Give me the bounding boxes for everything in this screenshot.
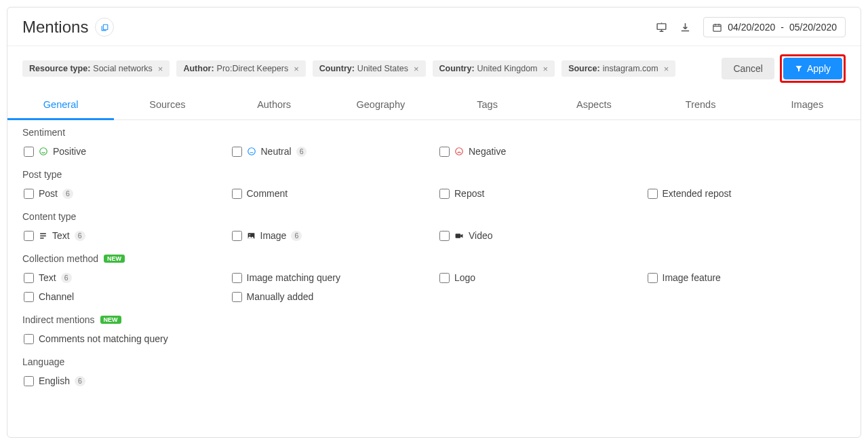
checkbox-video[interactable] bbox=[439, 231, 450, 241]
filter-chip-author: Author: Pro:Direct Keepers × bbox=[176, 60, 305, 77]
checkbox-image[interactable] bbox=[232, 231, 242, 241]
section-indirect-title: Indirect mentions bbox=[22, 314, 95, 325]
checkbox-image-feature[interactable] bbox=[648, 273, 658, 283]
option-logo[interactable]: Logo bbox=[439, 272, 638, 283]
checkbox-collection-text[interactable] bbox=[24, 273, 34, 283]
option-manually-added[interactable]: Manually added bbox=[232, 291, 431, 302]
checkbox-neutral[interactable] bbox=[232, 147, 242, 157]
section-post-type-title: Post type bbox=[22, 169, 846, 180]
text-count: 6 bbox=[75, 231, 85, 241]
section-collection-title: Collection method bbox=[22, 253, 98, 264]
checkbox-text[interactable] bbox=[24, 231, 34, 241]
chip-remove-icon[interactable]: × bbox=[294, 64, 299, 73]
filter-chip-resource-type: Resource type: Social networks × bbox=[22, 60, 170, 77]
date-to: 05/20/2020 bbox=[789, 22, 837, 33]
checkbox-post[interactable] bbox=[24, 189, 34, 199]
apply-button[interactable]: Apply bbox=[783, 58, 842, 79]
new-badge: NEW bbox=[100, 316, 121, 324]
filter-chip-country-uk: Country: United Kingdom × bbox=[433, 60, 555, 77]
checkbox-extended-repost[interactable] bbox=[648, 189, 658, 199]
option-post[interactable]: Post 6 bbox=[24, 188, 222, 199]
date-separator: - bbox=[781, 22, 784, 33]
option-image-feature[interactable]: Image feature bbox=[648, 272, 846, 283]
tab-aspects[interactable]: Aspects bbox=[540, 91, 647, 119]
post-count: 6 bbox=[62, 189, 73, 199]
collection-text-count: 6 bbox=[61, 273, 72, 283]
svg-point-3 bbox=[40, 148, 47, 155]
image-icon bbox=[247, 231, 256, 240]
option-video[interactable]: Video bbox=[439, 230, 638, 241]
option-collection-text[interactable]: Text 6 bbox=[24, 272, 222, 283]
chip-remove-icon[interactable]: × bbox=[543, 64, 549, 73]
svg-point-5 bbox=[456, 148, 463, 155]
checkbox-repost[interactable] bbox=[439, 189, 450, 199]
option-image[interactable]: Image 6 bbox=[232, 230, 431, 241]
neutral-count: 6 bbox=[296, 147, 307, 157]
option-channel[interactable]: Channel bbox=[24, 291, 222, 302]
option-sentiment-positive[interactable]: Positive bbox=[24, 146, 222, 157]
tab-authors[interactable]: Authors bbox=[221, 91, 328, 119]
date-range-picker[interactable]: 04/20/2020 - 05/20/2020 bbox=[703, 17, 846, 37]
tab-tags[interactable]: Tags bbox=[434, 91, 540, 119]
positive-icon bbox=[39, 147, 48, 156]
svg-rect-2 bbox=[713, 24, 721, 31]
checkbox-image-query[interactable] bbox=[232, 273, 242, 283]
text-icon bbox=[39, 231, 47, 240]
negative-icon bbox=[454, 147, 464, 156]
filter-icon bbox=[795, 64, 803, 73]
section-sentiment-title: Sentiment bbox=[22, 127, 846, 138]
english-count: 6 bbox=[75, 376, 85, 386]
new-badge: NEW bbox=[104, 255, 125, 263]
cancel-button[interactable]: Cancel bbox=[722, 58, 774, 79]
page-title: Mentions bbox=[22, 18, 88, 37]
chip-remove-icon[interactable]: × bbox=[664, 64, 669, 73]
option-image-matching-query[interactable]: Image matching query bbox=[232, 272, 431, 283]
option-comments-not-matching[interactable]: Comments not matching query bbox=[24, 333, 430, 344]
chip-remove-icon[interactable]: × bbox=[414, 64, 419, 73]
svg-rect-8 bbox=[456, 234, 461, 238]
apply-button-highlight: Apply bbox=[780, 54, 846, 83]
svg-point-4 bbox=[248, 148, 255, 155]
checkbox-english[interactable] bbox=[24, 376, 34, 386]
date-from: 04/20/2020 bbox=[728, 22, 775, 33]
tab-sources[interactable]: Sources bbox=[114, 91, 220, 119]
filter-chip-source: Source: instagram.com × bbox=[561, 60, 675, 77]
section-language-title: Language bbox=[22, 356, 846, 367]
tab-geography[interactable]: Geography bbox=[328, 91, 434, 119]
chip-remove-icon[interactable]: × bbox=[158, 64, 163, 73]
presentation-icon[interactable] bbox=[656, 22, 667, 33]
option-extended-repost[interactable]: Extended repost bbox=[648, 188, 846, 199]
download-icon[interactable] bbox=[679, 22, 691, 33]
svg-rect-0 bbox=[103, 24, 108, 30]
video-icon bbox=[454, 231, 464, 240]
checkbox-manually-added[interactable] bbox=[232, 292, 242, 302]
option-sentiment-negative[interactable]: Negative bbox=[439, 146, 638, 157]
svg-point-7 bbox=[249, 234, 250, 236]
section-content-type-title: Content type bbox=[22, 211, 846, 222]
tab-images[interactable]: Images bbox=[754, 91, 861, 119]
option-sentiment-neutral[interactable]: Neutral 6 bbox=[232, 146, 431, 157]
checkbox-channel[interactable] bbox=[24, 292, 34, 302]
neutral-icon bbox=[247, 147, 256, 156]
checkbox-comment[interactable] bbox=[232, 189, 242, 199]
filter-chip-country-us: Country: United States × bbox=[313, 60, 426, 77]
tab-general[interactable]: General bbox=[7, 91, 114, 120]
checkbox-negative[interactable] bbox=[439, 147, 450, 157]
tab-trends[interactable]: Trends bbox=[648, 91, 754, 119]
option-repost[interactable]: Repost bbox=[439, 188, 638, 199]
option-english[interactable]: English 6 bbox=[24, 375, 222, 386]
checkbox-logo[interactable] bbox=[439, 273, 450, 283]
checkbox-comments-not-matching[interactable] bbox=[24, 334, 34, 344]
svg-rect-1 bbox=[657, 23, 666, 29]
copy-icon[interactable] bbox=[95, 18, 114, 37]
checkbox-positive[interactable] bbox=[24, 147, 34, 157]
option-comment[interactable]: Comment bbox=[232, 188, 431, 199]
calendar-icon bbox=[712, 22, 722, 33]
image-count: 6 bbox=[291, 231, 302, 241]
option-text[interactable]: Text 6 bbox=[24, 230, 222, 241]
